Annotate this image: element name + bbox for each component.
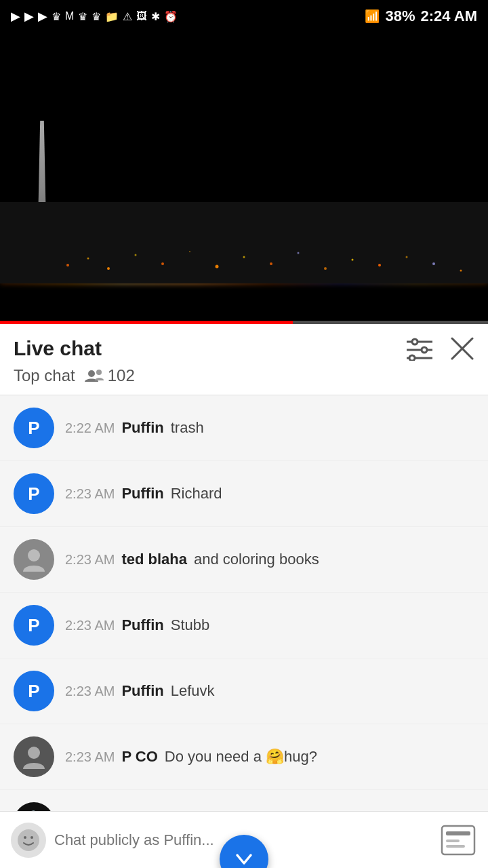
- viewer-count-number: 102: [108, 366, 135, 385]
- svg-point-4: [161, 262, 164, 265]
- bluetooth-icon: ✱: [151, 10, 160, 23]
- chat-time: 2:23 AM: [65, 552, 115, 568]
- chat-item: P 2:22 AM Puffin trash: [0, 395, 488, 461]
- svg-point-25: [96, 370, 102, 375]
- chat-item: P 2:23 AM Puffin Richard: [0, 461, 488, 527]
- video-player[interactable]: [0, 33, 488, 324]
- chat-username: Puffin: [121, 485, 163, 502]
- chat-time: 2:23 AM: [65, 749, 115, 765]
- avatar: P: [14, 408, 54, 448]
- crown-icon-2: ♛: [78, 10, 87, 23]
- top-chat-row: Top chat 102: [14, 366, 474, 395]
- chat-time: 2:23 AM: [65, 486, 115, 502]
- chat-message: and coloring books: [194, 551, 319, 568]
- svg-point-30: [30, 836, 33, 839]
- super-chat-button[interactable]: [439, 823, 477, 858]
- chat-message: trash: [171, 419, 204, 437]
- svg-point-3: [135, 254, 137, 256]
- avatar: [14, 736, 54, 777]
- crown-icon-3: ♛: [92, 10, 101, 23]
- chat-username: Puffin: [121, 682, 163, 700]
- status-bar-right-info: 📶 38% 2:24 AM: [365, 7, 477, 25]
- avatar: P: [14, 605, 54, 646]
- svg-point-6: [216, 265, 219, 269]
- chat-message: Stubb: [171, 616, 210, 634]
- emoji-button[interactable]: [11, 823, 46, 858]
- time-display: 2:24 AM: [420, 7, 477, 25]
- chat-time: 2:23 AM: [65, 618, 115, 633]
- chat-message: Do you need a 🤗hug?: [165, 748, 317, 766]
- svg-rect-34: [446, 845, 465, 848]
- chat-item: P 2:23 AM Puffin Lefuvk: [0, 658, 488, 724]
- svg-point-29: [24, 836, 26, 839]
- svg-point-15: [460, 270, 462, 272]
- svg-point-9: [298, 252, 300, 254]
- chat-messages-container: P 2:22 AM Puffin trash P 2:23 AM Puffin …: [0, 395, 488, 868]
- svg-point-0: [66, 264, 69, 267]
- svg-point-19: [422, 347, 427, 353]
- alarm-icon: ⏰: [164, 10, 178, 23]
- city-lights: [0, 245, 488, 282]
- chat-content: 2:23 AM Puffin Richard: [65, 485, 474, 502]
- wifi-icon: 📶: [365, 9, 380, 24]
- svg-point-8: [270, 262, 272, 265]
- filter-button[interactable]: [405, 336, 434, 361]
- play-icon-2: ▶: [24, 9, 34, 24]
- svg-point-27: [28, 747, 40, 759]
- live-chat-title-row: Live chat: [14, 336, 474, 361]
- live-chat-header: Live chat Top: [0, 324, 488, 395]
- battery-text: 38%: [385, 7, 415, 25]
- video-progress-bar[interactable]: [0, 321, 488, 324]
- svg-point-26: [28, 549, 40, 561]
- svg-rect-32: [446, 831, 470, 835]
- svg-point-11: [352, 259, 354, 261]
- chat-username: ted blaha: [121, 551, 187, 568]
- close-button[interactable]: [450, 336, 474, 361]
- m-icon: M: [65, 10, 74, 22]
- image-icon: 🖼: [136, 10, 147, 22]
- chat-username: Puffin: [121, 616, 163, 634]
- svg-point-21: [409, 355, 415, 361]
- warning-icon: ⚠: [123, 10, 132, 23]
- svg-point-17: [412, 339, 418, 344]
- chat-time: 2:22 AM: [65, 420, 115, 436]
- svg-point-28: [18, 829, 39, 851]
- svg-point-13: [406, 256, 408, 258]
- crown-icon-1: ♛: [52, 10, 61, 23]
- svg-point-7: [243, 256, 245, 258]
- svg-point-2: [107, 267, 110, 270]
- chat-message: Richard: [171, 485, 222, 502]
- chat-item: 2:23 AM ted blaha and coloring books: [0, 527, 488, 593]
- chat-content: 2:23 AM Puffin Stubb: [65, 616, 474, 634]
- avatar: P: [14, 473, 54, 514]
- chat-message: Lefuvk: [171, 682, 215, 700]
- play-icon-1: ▶: [11, 9, 20, 24]
- viewer-count: 102: [85, 366, 135, 385]
- svg-point-10: [324, 267, 327, 270]
- svg-point-12: [378, 264, 381, 267]
- svg-point-5: [189, 251, 190, 252]
- chat-content: 2:23 AM Puffin Lefuvk: [65, 682, 474, 700]
- live-chat-title: Live chat: [14, 337, 102, 360]
- svg-point-14: [432, 262, 435, 265]
- chat-content: 2:23 AM P CO Do you need a 🤗hug?: [65, 748, 474, 766]
- folder-icon: 📁: [105, 10, 119, 23]
- chat-username: Puffin: [121, 419, 163, 437]
- chat-content: 2:22 AM Puffin trash: [65, 419, 474, 437]
- svg-point-1: [87, 258, 89, 260]
- video-content: [0, 33, 488, 324]
- chat-item: P 2:23 AM Puffin Stubb: [0, 593, 488, 658]
- chat-time: 2:23 AM: [65, 684, 115, 699]
- svg-rect-33: [446, 840, 460, 842]
- chat-item: 2:23 AM P CO Do you need a 🤗hug?: [0, 724, 488, 790]
- play-icon-3: ▶: [38, 9, 47, 24]
- video-progress-fill: [0, 321, 293, 324]
- avatar: P: [14, 671, 54, 711]
- avatar: [14, 539, 54, 580]
- svg-point-24: [88, 370, 95, 377]
- header-icons: [405, 336, 474, 361]
- status-bar: ▶ ▶ ▶ ♛ M ♛ ♛ 📁 ⚠ 🖼 ✱ ⏰ 📶 38% 2:24 AM: [0, 0, 488, 33]
- chat-content: 2:23 AM ted blaha and coloring books: [65, 551, 474, 568]
- status-bar-left-icons: ▶ ▶ ▶ ♛ M ♛ ♛ 📁 ⚠ 🖼 ✱ ⏰: [11, 9, 178, 24]
- chat-username: P CO: [121, 748, 157, 766]
